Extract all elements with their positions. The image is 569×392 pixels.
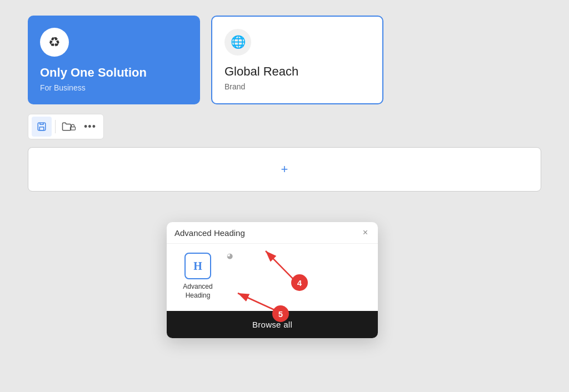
blue-card-icon-circle: ♻ [40,28,69,57]
badge-5: 5 [272,305,289,322]
plus-icon: + [281,163,288,175]
h-icon: H [193,260,202,273]
folder-lock-button[interactable] [59,117,79,137]
card-blue[interactable]: ♻ Only One Solution For Business [28,16,200,104]
blue-card-subtitle: For Business [40,83,188,92]
advanced-heading-icon-box: H [184,253,211,279]
white-card-icon-circle: 🌐 [224,29,251,56]
add-block[interactable]: + [28,147,541,192]
small-icon: ◕ [227,252,233,260]
badge-4: 4 [291,274,308,291]
more-button[interactable]: ••• [80,117,100,137]
search-results: ◕ H AdvancedHeading [167,244,378,311]
advanced-heading-label: AdvancedHeading [183,283,212,300]
cards-row: ♻ Only One Solution For Business 🌐 Globa… [28,16,383,104]
toolbar-divider [55,120,56,133]
svg-rect-1 [71,127,76,130]
search-popup: × ◕ H AdvancedHeading Browse all [167,222,378,338]
card-white[interactable]: 🌐 Global Reach Brand [211,16,383,104]
toolbar: ••• [28,114,104,139]
recycle-icon: ♻ [48,34,61,50]
blue-card-title: Only One Solution [40,66,188,80]
search-bar: × [167,222,378,244]
search-clear-button[interactable]: × [361,228,370,238]
result-item-advanced-heading[interactable]: H AdvancedHeading [178,253,218,300]
globe-icon: 🌐 [231,35,246,49]
search-input[interactable] [174,228,361,238]
white-card-title: Global Reach [224,64,370,79]
canvas: ♻ Only One Solution For Business 🌐 Globa… [0,0,569,392]
white-card-subtitle: Brand [224,82,370,91]
more-icon: ••• [84,121,96,133]
save-button[interactable] [32,117,52,137]
